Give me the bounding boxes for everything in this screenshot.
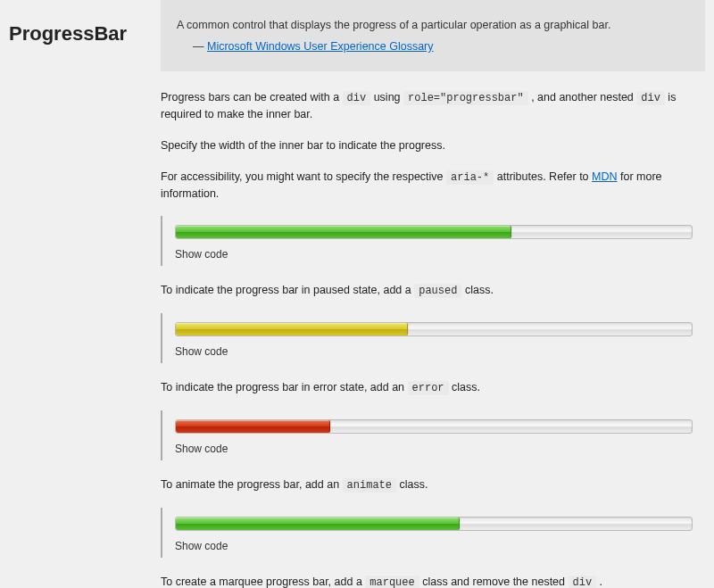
quote-attribution: — Microsoft Windows User Experience Glos…	[177, 37, 689, 55]
code-animate: animate	[343, 478, 396, 493]
show-code-toggle[interactable]: Show code	[175, 345, 693, 358]
code-error: error	[408, 381, 449, 395]
progressbar-track	[175, 225, 693, 239]
show-code-toggle[interactable]: Show code	[175, 248, 693, 261]
progressbar-track	[175, 517, 693, 531]
code-paused: paused	[414, 284, 461, 298]
quote-source-link[interactable]: Microsoft Windows User Experience Glossa…	[207, 40, 434, 53]
quote-text: A common control that displays the progr…	[177, 16, 689, 34]
code-div2: div	[636, 91, 665, 105]
progressbar-fill	[176, 226, 511, 238]
intro-paragraph-2: Specify the width of the inner bar to in…	[161, 137, 705, 154]
progressbar-fill	[176, 518, 460, 530]
example-default: Show code	[161, 216, 705, 266]
show-code-toggle[interactable]: Show code	[175, 540, 693, 552]
example-animate-desc: To animate the progress bar, add an anim…	[161, 476, 705, 493]
mdn-link[interactable]: MDN	[592, 170, 617, 183]
quote-box: A common control that displays the progr…	[161, 0, 705, 71]
code-role: role="progressbar"	[403, 91, 528, 105]
example-paused-desc: To indicate the progress bar in paused s…	[161, 282, 705, 299]
example-marquee-desc: To create a marquee progress bar, add a …	[161, 574, 705, 588]
code-div3: div	[569, 576, 597, 588]
progressbar-fill	[176, 323, 408, 335]
example-error-desc: To indicate the progress bar in error st…	[161, 379, 705, 396]
code-div: div	[343, 91, 371, 105]
intro-paragraph-3: For accessibility, you might want to spe…	[161, 169, 705, 203]
code-marquee: marquee	[365, 576, 419, 588]
main-content: A common control that displays the progr…	[161, 0, 714, 588]
code-aria: aria-*	[446, 170, 494, 185]
progressbar-track	[175, 322, 693, 336]
intro-paragraph-1: Progress bars can be created with a div …	[161, 89, 705, 123]
example-animate: Show code	[161, 508, 705, 558]
progressbar-track	[175, 419, 693, 434]
example-paused: Show code	[161, 313, 705, 363]
progressbar-fill	[176, 420, 330, 433]
page-title: ProgressBar	[9, 22, 152, 46]
example-error: Show code	[161, 410, 705, 460]
show-code-toggle[interactable]: Show code	[175, 443, 693, 455]
